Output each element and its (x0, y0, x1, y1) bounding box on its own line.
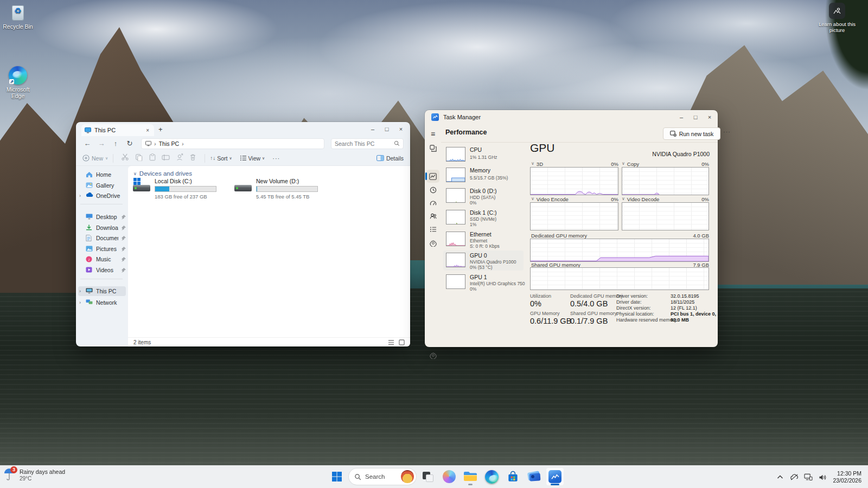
close-button[interactable]: × (394, 123, 408, 135)
dedicated-gpu-memory-chart (530, 239, 709, 262)
sidebar-item-music[interactable]: ♪ Music (78, 254, 126, 264)
up-button[interactable]: ↑ (110, 139, 122, 147)
disk1-mini-chart (446, 210, 465, 224)
new-button[interactable]: New ∨ (82, 155, 108, 162)
performance-sidebar-list: CPU 1% 1.31 GHz Memory 5.5/15.7 GB (35%)… (443, 143, 525, 347)
task-view-button[interactable] (419, 467, 437, 486)
taskbar-search-input[interactable]: Search (349, 468, 416, 485)
sidebar-item-downloads[interactable]: Downloads (78, 223, 126, 233)
list-item-gpu-0[interactable]: GPU 0 NVIDIA Quadro P1000 0% (53 °C) (443, 251, 524, 271)
cut-button[interactable] (118, 153, 132, 163)
chart-label-video-encode[interactable]: ∨Video Encode (531, 196, 569, 202)
users-icon[interactable] (429, 211, 437, 220)
desktop-icon-edge[interactable]: ↗ Microsoft Edge (0, 66, 36, 99)
more-options-icon[interactable]: ··· (723, 129, 731, 135)
sidebar-item-onedrive[interactable]: › OneDrive (78, 191, 126, 201)
processes-icon[interactable] (429, 144, 437, 152)
onedrive-icon (86, 192, 93, 199)
more-options-button[interactable]: ··· (272, 155, 280, 162)
desktop-icon-recycle-bin[interactable]: ♻ Recycle Bin (0, 3, 36, 30)
microsoft-store-button[interactable] (503, 467, 522, 486)
view-button[interactable]: View ∨ (240, 155, 265, 162)
minimize-button[interactable]: – (366, 123, 380, 135)
explorer-search-input[interactable]: Search This PC (331, 138, 404, 149)
taskbar-weather-widget[interactable]: 3 Rainy days ahead 29°C (3, 468, 65, 482)
maximize-button[interactable]: □ (380, 123, 394, 135)
gpu-3d-chart (530, 167, 618, 195)
sidebar-item-documents[interactable]: Documents (78, 233, 126, 243)
network-ethernet-icon[interactable] (802, 470, 814, 485)
drive-local-disk-c[interactable]: Local Disk (C:) 183 GB free of 237 GB (133, 178, 232, 196)
navigation-menu-icon[interactable]: ≡ (429, 130, 437, 138)
details-icon[interactable] (429, 225, 437, 234)
list-item-disk-1[interactable]: Disk 1 (C:) SSD (NVMe) 1% (443, 208, 524, 228)
stat-shared-memory-value: 0.1/7.9 GB (570, 317, 608, 325)
file-explorer-taskbar-button[interactable] (461, 467, 480, 486)
close-button[interactable]: × (703, 111, 717, 123)
sidebar-item-home[interactable]: Home (78, 170, 126, 179)
delete-button[interactable] (186, 153, 200, 163)
list-item-memory[interactable]: Memory 5.5/15.7 GB (35%) (443, 165, 524, 185)
explorer-status-bar: 2 items (128, 337, 410, 346)
tab-close-icon[interactable]: × (144, 127, 151, 133)
list-item-disk-0[interactable]: Disk 0 (D:) HDD (SATA) 0% (443, 186, 524, 206)
app-history-icon[interactable] (429, 185, 437, 194)
explorer-titlebar[interactable]: This PC × + – □ × (76, 122, 410, 136)
group-header-devices-and-drives[interactable]: ∨ Devices and drives (133, 170, 192, 177)
edge-taskbar-button[interactable] (482, 467, 501, 486)
sidebar-item-desktop[interactable]: Desktop (78, 212, 126, 222)
minimize-button[interactable]: – (674, 111, 688, 123)
sidebar-item-gallery[interactable]: Gallery (78, 181, 126, 190)
sort-button[interactable]: ↑↓ Sort ∨ (210, 155, 232, 162)
expand-chevron-icon[interactable]: › (79, 288, 83, 294)
expand-chevron-icon[interactable]: › (79, 193, 83, 198)
sidebar-item-videos[interactable]: Videos (78, 265, 126, 275)
gpu-adapter-name: NVIDIA Quadro P1000 (618, 151, 710, 157)
collapse-chevron-icon[interactable]: ∨ (133, 171, 137, 176)
chart-label-3d[interactable]: ∨3D (531, 161, 543, 167)
maximize-button[interactable]: □ (688, 111, 703, 123)
chart-label-video-decode[interactable]: ∨Video Decode (622, 196, 659, 202)
hidden-icons-chevron[interactable] (774, 470, 786, 485)
volume-icon[interactable] (816, 470, 828, 485)
details-view-toggle-icon[interactable] (388, 339, 394, 345)
sidebar-item-pictures[interactable]: Pictures (78, 244, 126, 254)
task-manager-taskbar-button[interactable] (546, 467, 564, 486)
services-icon[interactable] (429, 239, 437, 247)
new-tab-button[interactable]: + (158, 125, 163, 133)
forward-button[interactable]: → (95, 139, 107, 147)
taskbar-clock[interactable]: 12:30 PM 23/02/2026 (831, 470, 866, 484)
chart-label-copy[interactable]: ∨Copy (622, 161, 639, 167)
rename-button[interactable] (159, 153, 173, 163)
list-item-gpu-1[interactable]: GPU 1 Intel(R) UHD Graphics 750 0% (443, 272, 524, 292)
copilot-button[interactable] (440, 467, 458, 486)
details-pane-toggle[interactable]: Details (376, 155, 404, 162)
performance-icon[interactable] (429, 172, 437, 181)
drive-new-volume-d[interactable]: New Volume (D:) 5.45 TB free of 5.45 TB (234, 178, 333, 196)
taskbar-tray: 12:30 PM 23/02/2026 (774, 468, 866, 486)
desktop-icon-learn-about-picture[interactable]: Learn about this picture (816, 3, 858, 33)
task-manager-titlebar[interactable]: Task Manager – □ × (425, 110, 718, 124)
refresh-button[interactable]: ↻ (124, 139, 136, 147)
sidebar-item-network[interactable]: › Network (78, 298, 126, 307)
startup-apps-icon[interactable] (429, 198, 437, 207)
paste-button[interactable] (145, 153, 159, 163)
settings-gear-icon[interactable] (429, 351, 437, 359)
thumbnail-view-toggle-icon[interactable] (399, 339, 405, 345)
explorer-tab[interactable]: This PC × (81, 124, 154, 136)
onedrive-paused-icon[interactable] (788, 470, 800, 485)
expand-chevron-icon[interactable]: › (79, 300, 83, 305)
start-button[interactable] (328, 467, 346, 486)
stat-utilization-value: 0% (530, 299, 541, 308)
share-button[interactable] (173, 153, 186, 163)
breadcrumb-this-pc[interactable]: This PC (159, 140, 179, 147)
pictures-icon (86, 246, 93, 252)
address-bar[interactable]: › This PC › (141, 138, 324, 149)
sidebar-item-this-pc[interactable]: › This PC (78, 286, 126, 296)
list-item-ethernet[interactable]: Ethernet Ethernet S: 0 R: 0 Kbps (443, 229, 524, 249)
copy-button[interactable] (132, 153, 145, 163)
list-item-cpu[interactable]: CPU 1% 1.31 GHz (443, 145, 524, 165)
photos-taskbar-button[interactable] (525, 467, 543, 486)
run-new-task-button[interactable]: Run new task (663, 127, 720, 140)
back-button[interactable]: ← (81, 139, 93, 147)
